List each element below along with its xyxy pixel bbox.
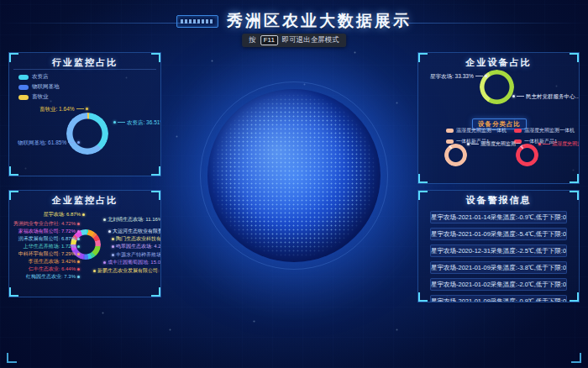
brand-logo	[176, 15, 218, 28]
legend-swatch	[446, 129, 454, 133]
panel-industry-monitor-ratio: 行业监控占比 农资店物联网基地畜牧业 畜牧业: 1.64%农资店: 36.51%…	[8, 52, 161, 176]
callout-dot	[113, 121, 116, 124]
alarm-row[interactable]: 星宇农场-2021-01-09采集温度:-0.9℃,低于下限:0℃	[430, 295, 567, 302]
callout-line	[475, 76, 483, 76]
callout-label: 畜牧业: 1.64%	[39, 106, 75, 112]
legend-label: 农资店	[32, 73, 49, 81]
enterprise-callout-left: 星宇农场: 6.87%	[44, 212, 85, 218]
callout-label: 民主村党群服务中心…	[526, 93, 580, 99]
enterprise-callout-right: 新鹏生态农业发展有限公司: 6.87%	[93, 268, 161, 274]
alarm-row[interactable]: 星宇农场-2021-01-02采集温度:-2.0℃,低于下限:0℃	[430, 278, 567, 291]
callout-label: 星宇农场: 33.33%	[430, 73, 474, 79]
page-title: 秀洲区农业大数据展示	[227, 10, 412, 32]
alarm-list: 星宇农场-2021-01-14采集温度:-0.9℃,低于下限:0℃星宇农场-20…	[430, 211, 567, 302]
enterprise-callout-left: 上华生态养殖场: 1.72%	[24, 244, 80, 250]
callout-label: 中科环宇有限公司: 7.29%	[18, 251, 76, 257]
callout-dot	[77, 260, 80, 263]
legend-label: 温湿度光照监测一体机	[456, 127, 507, 134]
callout-line	[118, 122, 125, 123]
device-class-right-donut[interactable]	[516, 144, 538, 166]
callout-label: 农资店: 36.51%	[127, 119, 161, 125]
callout-label: 鸣翠园生态农场: 4.29%	[116, 244, 161, 250]
callout-dot	[77, 268, 80, 271]
alarm-row[interactable]: 星宇农场-2021-01-09采集温度:-3.8℃,低于下限:0℃	[430, 261, 567, 274]
callout-dot	[77, 253, 80, 255]
callout-dot	[538, 143, 541, 145]
panel-device-alarm-info: 设备警报信息 星宇农场-2021-01-14采集温度:-0.9℃,低于下限:0℃…	[417, 190, 580, 302]
tip-suffix: 即可退出全屏模式	[282, 35, 339, 45]
class-left-legend-item[interactable]: 温湿度光照监测一体机	[446, 127, 507, 134]
enterprise-callout-right: 鸣翠园生态农场: 4.29%	[112, 244, 161, 250]
callout-dot	[103, 261, 106, 264]
class-right-callout: 温湿度光照监测一…	[538, 141, 580, 147]
device-callout: 民主村党群服务中心…	[512, 93, 580, 99]
panel-enterprise-monitor-ratio: 企业监控占比 星宇农场: 6.87%秀洲鸽业专业合作社: 4.72%家福农场有限…	[8, 190, 161, 297]
alarm-row[interactable]: 星宇农场-2021-01-09采集温度:-5.4℃,低于下限:0℃	[430, 228, 567, 240]
callout-label: 物联网基地: 61.85%	[18, 139, 66, 145]
panel-title: 企业设备占比	[418, 56, 579, 69]
legend-swatch	[514, 129, 522, 133]
legend-label: 物联网基地	[32, 83, 60, 91]
callout-dot	[485, 75, 487, 77]
header: 秀洲区农业大数据展示	[0, 10, 588, 32]
panel-enterprise-device-ratio: 企业设备占比 星宇农场: 33.33%民主村党群服务中心… 设备分类占比 温湿度…	[417, 52, 580, 184]
enterprise-callout-left: 李强生态农场: 3.42%	[29, 259, 80, 265]
callout-label: 大运河生态牧业有限责任公	[113, 229, 161, 234]
enterprise-callout-right: 陶门生态农业科技有限公	[112, 236, 161, 242]
title-divider	[13, 69, 156, 70]
fullscreen-tip: 按 F11 即可退出全屏模式	[242, 34, 346, 47]
callout-dot	[77, 276, 80, 278]
callout-label: 李强生态农场: 3.42%	[29, 259, 76, 265]
legend-label: 畜牧业	[32, 93, 49, 101]
class-left-callout: 温湿度光照监测一…	[467, 141, 526, 147]
enterprise-callout-left: 红梅园生态农业: 7.3%	[26, 274, 80, 280]
callout-label: 家福农场有限公司: 7.72%	[18, 229, 76, 234]
callout-dot	[86, 108, 88, 110]
industry-legend: 农资店物联网基地畜牧业	[18, 73, 60, 103]
callout-dot	[77, 230, 80, 233]
legend-swatch	[18, 85, 29, 90]
screen-corner-bottom-left	[7, 353, 17, 363]
device-callout: 星宇农场: 33.33%	[430, 73, 487, 79]
industry-legend-item[interactable]: 农资店	[18, 73, 60, 81]
callout-dot	[77, 223, 80, 225]
panel-title: 设备警报信息	[418, 194, 579, 207]
callout-label: 仁丰生态农业: 6.44%	[29, 266, 76, 272]
enterprise-callout-right: 成丰汪园葡萄园地: 15.02%	[103, 260, 161, 265]
panel-title: 行业监控占比	[9, 56, 160, 69]
callout-dot	[108, 230, 111, 233]
enterprise-callout-left: 润禾发展有限公司: 6.87%	[18, 236, 80, 242]
callout-label: 新鹏生态农业发展有限公司: 6.87%	[97, 268, 161, 274]
industry-donut-chart[interactable]	[66, 113, 108, 155]
alarm-row[interactable]: 星宇农场-2020-12-31采集温度:-2.5℃,低于下限:0℃	[430, 244, 567, 257]
callout-label: 温湿度光照监测一…	[480, 141, 526, 147]
industry-callout: 畜牧业: 1.64%	[39, 106, 88, 112]
callout-dot	[82, 213, 85, 216]
callout-label: 温湿度光照监测一…	[552, 141, 580, 147]
industry-legend-item[interactable]: 物联网基地	[18, 83, 60, 91]
device-class-left-donut[interactable]	[444, 144, 467, 166]
legend-swatch	[18, 75, 29, 80]
callout-label: 北刘锦生态农场: 11.16%	[108, 217, 161, 223]
callout-dot	[103, 218, 106, 221]
enterprise-callout-right: 大运河生态牧业有限责任公	[108, 229, 161, 234]
tip-prefix: 按	[249, 35, 256, 45]
callout-dot	[93, 270, 96, 272]
class-right-legend-item[interactable]: 温湿度光照监测一体机	[514, 127, 575, 134]
enterprise-callout-left: 中科环宇有限公司: 7.29%	[18, 251, 80, 257]
screen-corner-bottom-right	[571, 353, 581, 363]
callout-label: 星宇农场: 6.87%	[44, 212, 81, 218]
callout-label: 成丰汪园葡萄园地: 15.02%	[108, 260, 161, 265]
f11-key-badge: F11	[260, 35, 278, 45]
callout-dot	[467, 143, 470, 145]
enterprise-callout-right: 丰源水产特种养殖场: 1.	[112, 252, 161, 258]
alarm-row[interactable]: 星宇农场-2021-01-14采集温度:-0.9℃,低于下限:0℃	[430, 211, 567, 223]
callout-label: 润禾发展有限公司: 6.87%	[18, 236, 76, 242]
industry-callout: 农资店: 36.51%	[113, 119, 161, 125]
callout-dot	[112, 254, 114, 256]
callout-line	[68, 142, 76, 143]
callout-dot	[77, 238, 80, 240]
callout-dot	[112, 238, 114, 240]
industry-callout: 物联网基地: 61.85%	[18, 139, 80, 145]
industry-legend-item[interactable]: 畜牧业	[18, 93, 60, 101]
